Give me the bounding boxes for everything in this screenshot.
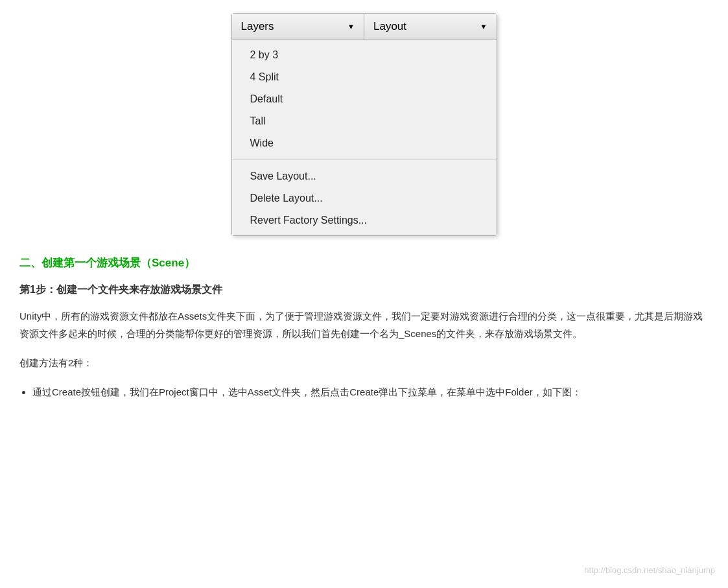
menu-item-tall[interactable]: Tall	[232, 110, 497, 132]
layers-button[interactable]: Layers ▼	[232, 14, 365, 40]
paragraph1: Unity中，所有的游戏资源文件都放在Assets文件夹下面，为了便于管理游戏资…	[19, 307, 707, 342]
section-title: 二、创建第一个游戏场景（Scene）	[19, 255, 707, 270]
menu-item-delete-layout[interactable]: Delete Layout...	[232, 187, 497, 209]
menu-item-default[interactable]: Default	[232, 88, 497, 110]
menu-item-revert-factory[interactable]: Revert Factory Settings...	[232, 209, 497, 231]
layout-label: Layout	[373, 20, 406, 33]
layout-button[interactable]: Layout ▼	[364, 14, 497, 40]
dropdown-container: Layers ▼ Layout ▼ 2 by 3 4 Split Default…	[231, 13, 497, 236]
layers-label: Layers	[241, 20, 274, 33]
dropdown-menu: 2 by 3 4 Split Default Tall Wide Save La…	[232, 40, 497, 235]
top-section: Layers ▼ Layout ▼ 2 by 3 4 Split Default…	[13, 6, 715, 236]
menu-item-4split[interactable]: 4 Split	[232, 66, 497, 88]
list-item-1: 通过Create按钮创建，我们在Project窗口中，选中Asset文件夹，然后…	[32, 383, 707, 401]
dropdown-header: Layers ▼ Layout ▼	[232, 14, 497, 40]
watermark: http://blog.csdn.net/shao_nianjump	[584, 565, 715, 575]
menu-item-save-layout[interactable]: Save Layout...	[232, 165, 497, 187]
list-section: 通过Create按钮创建，我们在Project窗口中，选中Asset文件夹，然后…	[32, 383, 707, 401]
layers-arrow: ▼	[347, 23, 355, 30]
menu-divider	[232, 159, 497, 160]
content-section: 二、创建第一个游戏场景（Scene） 第1步：创建一个文件夹来存放游戏场景文件 …	[13, 255, 713, 401]
step-title: 第1步：创建一个文件夹来存放游戏场景文件	[19, 283, 707, 297]
menu-item-2by3[interactable]: 2 by 3	[232, 44, 497, 66]
paragraph2: 创建方法有2种：	[19, 354, 707, 371]
menu-item-wide[interactable]: Wide	[232, 132, 497, 154]
layout-arrow: ▼	[480, 23, 487, 30]
